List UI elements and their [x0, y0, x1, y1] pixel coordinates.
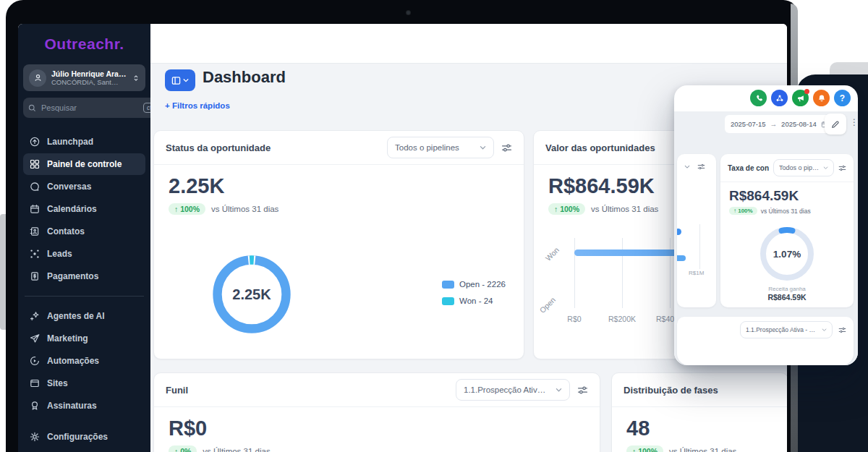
payments-icon: [30, 271, 40, 281]
sidebar-item-conversas[interactable]: Conversas: [23, 176, 145, 197]
chevron-down-icon: [480, 145, 486, 150]
sidebar-item-label: Painel de controle: [47, 159, 122, 169]
sidebar-item-marketing[interactable]: Marketing: [23, 328, 145, 349]
notification-dot: [804, 89, 809, 94]
dropdown-value: Todos o pipelines: [779, 164, 820, 171]
arrow-right-icon: →: [770, 120, 778, 128]
card-funil: Funil 1.1.Prospecção Ativa - F… R$0 ↑ 0%…: [153, 372, 600, 452]
sidebar-item-painel-de-controle[interactable]: Painel de controle: [23, 153, 145, 175]
card-title: Taxa de con: [728, 164, 769, 172]
search-input[interactable]: ctrl K: [23, 98, 169, 118]
sidebar-item-label: Conversas: [47, 182, 91, 192]
bar-fragment: [677, 255, 686, 261]
legend-item-open[interactable]: Open - 2226: [442, 280, 506, 289]
card-title: Status da oportunidade: [166, 142, 271, 153]
quick-filters-link[interactable]: + Filtros rápidos: [165, 101, 230, 110]
profile-switcher[interactable]: Júlio Henrique Ara… CONCÓRDIA, Sant…: [23, 64, 145, 91]
paper-plane-icon: [30, 333, 40, 344]
sidebar-item-label: Agentes de AI: [47, 311, 105, 321]
gridline: [622, 238, 623, 308]
bell-icon[interactable]: [813, 90, 830, 106]
ribbon-icon: [30, 401, 40, 411]
launchpad-icon: [30, 137, 40, 147]
panel-body: 2025-07-15 → 2025-08-14 ⋮ R$1M: [674, 111, 858, 365]
megaphone-icon[interactable]: [792, 90, 809, 106]
filter-sliders-icon[interactable]: [501, 142, 512, 153]
sidebar-item-agentes-de-ai[interactable]: Agentes de AI: [23, 305, 145, 327]
delta-caption: vs Últimos 31 dias: [761, 208, 811, 215]
legend-label: Won - 24: [459, 297, 493, 305]
sidebar-item-leads[interactable]: Leads: [23, 243, 145, 265]
date-start: 2025-07-15: [731, 120, 766, 128]
chat-icon: [30, 182, 40, 192]
legend-item-won[interactable]: Won - 24: [442, 297, 506, 305]
ai-sparkle-icon: [30, 311, 40, 321]
sidebar-item-launchpad[interactable]: Launchpad: [23, 131, 145, 153]
panel-toolbar: ?: [750, 90, 851, 106]
delta-caption: vs Últimos 31 dias: [591, 205, 658, 213]
x-tick: R$0: [567, 315, 581, 323]
sidebar-item-sites[interactable]: Sites: [23, 372, 145, 394]
scene: Outreachr. Júlio Henrique Ara… CONCÓRDIA…: [0, 0, 868, 452]
search-field[interactable]: [40, 103, 140, 113]
chevron-down-icon: [183, 77, 189, 83]
date-range-picker[interactable]: 2025-07-15 → 2025-08-14: [725, 115, 834, 133]
sidebar-item-automacoes[interactable]: Automações: [23, 350, 145, 372]
sidebar-item-configuracoes[interactable]: Configurações: [23, 426, 145, 448]
chevron-down-icon: [684, 164, 690, 169]
filter-sliders-icon[interactable]: [697, 163, 705, 171]
category-label: Open: [538, 295, 558, 315]
chevron-up-down-icon: [132, 74, 140, 82]
delta-caption: vs Últimos 31 dias: [669, 447, 736, 452]
integrations-icon[interactable]: [771, 90, 788, 106]
person-icon: [33, 73, 43, 82]
gear-icon: [30, 432, 40, 442]
partial-chart-card: R$1M: [677, 154, 716, 307]
gridline: [670, 238, 671, 308]
filter-sliders-icon[interactable]: [577, 385, 588, 396]
gauge-value: 1.07%: [757, 223, 817, 284]
sidebar-item-calendarios[interactable]: Calendários: [23, 198, 145, 220]
edit-button[interactable]: [825, 114, 846, 135]
metric-value: 2.25K: [169, 175, 509, 198]
sidebar-item-label: Assinaturas: [47, 401, 97, 411]
kebab-menu-icon[interactable]: ⋮: [850, 118, 858, 127]
sidebar-item-pagamentos[interactable]: Pagamentos: [23, 265, 145, 287]
delta-badge: ↑ 100%: [626, 445, 663, 452]
laptop-screen: Outreachr. Júlio Henrique Ara… CONCÓRDIA…: [18, 24, 787, 452]
axis-label: R$1M: [689, 270, 704, 276]
webcam-dot: [406, 10, 411, 15]
dashboard-layout-button[interactable]: [165, 69, 195, 91]
help-icon[interactable]: ?: [834, 90, 851, 106]
conversion-gauge-chart: 1.07%: [757, 223, 817, 284]
metric-value: R$864.59K: [729, 188, 854, 204]
sidebar-item-label: Launchpad: [47, 137, 93, 147]
filter-sliders-icon[interactable]: [838, 164, 846, 172]
legend-swatch: [442, 297, 454, 305]
phone-icon[interactable]: [750, 90, 767, 106]
pipeline-dropdown[interactable]: Todos o pipelines: [387, 137, 494, 158]
dashboard-grid-icon: [30, 159, 40, 169]
help-glyph: ?: [840, 93, 845, 103]
pipeline-dropdown[interactable]: 1.1.Prospecção Ativa - F…: [456, 379, 570, 401]
delta-badge: ↑ 100%: [729, 207, 757, 215]
footer-value: R$864.59K: [720, 293, 854, 302]
brand-logo: Outreachr.: [18, 35, 150, 53]
pipeline-dropdown[interactable]: Todos o pipelines: [773, 159, 834, 176]
card-title: Funil: [166, 385, 188, 396]
card-bottom-pipeline: 1.1.Prospecção Ativa - F…: [677, 317, 854, 365]
delta-caption: vs Últimos 31 dias: [211, 205, 278, 213]
dropdown-value: 1.1.Prospecção Ativa - F…: [464, 385, 550, 394]
pipeline-dropdown[interactable]: 1.1.Prospecção Ativa - F…: [740, 321, 833, 338]
sidebar-item-contatos[interactable]: Contatos: [23, 221, 145, 242]
category-label: Won: [544, 245, 561, 263]
metric-value: R$0: [169, 417, 585, 440]
sidebar-item-label: Sites: [47, 378, 68, 388]
date-end: 2025-08-14: [781, 120, 817, 128]
sidebar-item-label: Automações: [47, 356, 99, 366]
filter-sliders-icon[interactable]: [838, 326, 846, 334]
card-status-oportunidade: Status da oportunidade Todos o pipelines…: [153, 130, 524, 359]
sidebar-item-assinaturas[interactable]: Assinaturas: [23, 395, 145, 417]
pencil-icon: [831, 120, 840, 129]
card-title: Valor das oportunidades: [545, 142, 655, 153]
